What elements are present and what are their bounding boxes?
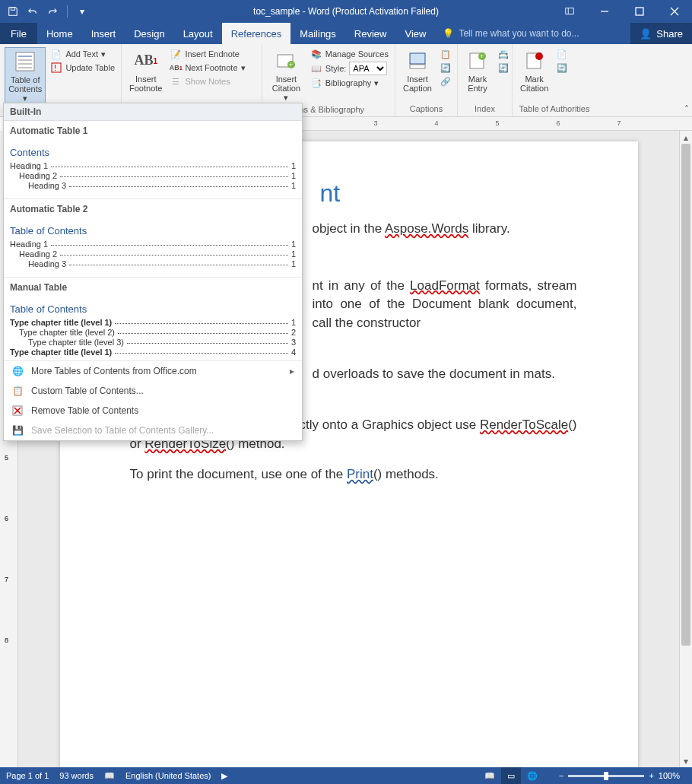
group-captions: InsertCaption 📋 🔄 🔗 Captions	[395, 44, 458, 116]
svg-point-20	[535, 52, 543, 60]
scroll-thumb[interactable]	[681, 144, 690, 646]
para-2[interactable]: nt in any of the LoadFormat formats, str…	[313, 277, 577, 333]
collapse-ribbon-icon[interactable]: ˄	[684, 104, 689, 115]
zoom-level[interactable]: 100%	[659, 771, 680, 780]
close-button[interactable]	[657, 0, 692, 23]
insert-table-of-figures-button[interactable]: 📋	[438, 47, 453, 61]
crossref-icon: 🔗	[440, 75, 452, 87]
para-5[interactable]: To print the document, use one of the Pr…	[130, 465, 577, 484]
update-index-icon: 🔄	[497, 62, 509, 74]
toc-entry: Type chapter title (level 1)1	[10, 318, 296, 327]
style-selector[interactable]: 📖Style: APA	[309, 61, 390, 76]
more-toc-menu[interactable]: 🌐 More Tables of Contents from Office.co…	[4, 361, 302, 381]
toc-entry: Heading 31	[10, 181, 296, 190]
share-icon: 👤	[640, 28, 652, 40]
tab-review[interactable]: Review	[345, 23, 396, 44]
tab-home[interactable]: Home	[37, 23, 82, 44]
insert-toa-button[interactable]: 📄	[554, 47, 570, 61]
macro-icon[interactable]: ▶	[221, 771, 227, 781]
toc-option-auto2[interactable]: Automatic Table 2 Table of Contents Head…	[4, 199, 302, 278]
svg-rect-14	[410, 53, 425, 64]
minimize-button[interactable]	[587, 0, 622, 23]
manage-sources-button[interactable]: 📚Manage Sources	[309, 47, 390, 61]
tab-layout[interactable]: Layout	[174, 23, 222, 44]
mark-citation-button[interactable]: MarkCitation	[517, 47, 551, 94]
insert-footnote-button[interactable]: AB1 InsertFootnote	[126, 47, 165, 94]
web-layout-icon[interactable]: 🌐	[522, 767, 542, 784]
scroll-down-icon[interactable]: ▾	[680, 754, 692, 767]
mark-citation-icon	[522, 49, 547, 73]
maximize-button[interactable]	[622, 0, 657, 23]
toc-option-manual[interactable]: Manual Table Table of Contents Type chap…	[4, 278, 302, 361]
save-toc-menu: 💾 Save Selection to Table of Contents Ga…	[4, 421, 302, 440]
page-indicator[interactable]: Page 1 of 1	[6, 771, 49, 780]
zoom-slider[interactable]	[568, 775, 644, 777]
para-3[interactable]: d overloads to save the document in mats…	[313, 365, 577, 384]
tab-insert[interactable]: Insert	[82, 23, 125, 44]
para-1[interactable]: object in the Aspose.Words library.	[313, 220, 577, 239]
update-icon: !	[50, 62, 62, 74]
toc-builtin-header: Built-In	[4, 103, 302, 121]
language-indicator[interactable]: English (United States)	[125, 771, 211, 780]
remove-toc-menu[interactable]: Remove Table of Contents	[4, 401, 302, 421]
insert-caption-button[interactable]: InsertCaption	[400, 47, 435, 94]
ribbon-tabs: File Home Insert Design Layout Reference…	[0, 23, 692, 44]
save-icon[interactable]	[5, 3, 21, 20]
insert-citation-button[interactable]: + InsertCitation ▾	[267, 47, 306, 103]
svg-text:+: +	[480, 52, 484, 60]
word-count[interactable]: 93 words	[59, 771, 94, 780]
toc-entry: Type chapter title (level 1)4	[10, 348, 296, 357]
group-authorities: MarkCitation 📄 🔄 Table of Authorities	[513, 44, 596, 116]
print-layout-icon[interactable]: ▭	[501, 767, 521, 784]
mark-entry-button[interactable]: + MarkEntry	[462, 47, 493, 94]
custom-toc-menu[interactable]: 📋 Custom Table of Contents...	[4, 381, 302, 401]
insert-endnote-button[interactable]: 📝Insert Endnote	[168, 47, 246, 61]
show-notes-button: ☰Show Notes	[168, 75, 246, 88]
tell-me-search[interactable]: 💡 Tell me what you want to do...	[435, 23, 630, 44]
scroll-up-icon[interactable]: ▴	[680, 131, 692, 144]
toc-icon	[13, 49, 37, 74]
svg-text:!: !	[54, 63, 56, 72]
next-footnote-button[interactable]: AB1Next Footnote ▾	[168, 61, 246, 75]
ribbon-display-options-icon[interactable]	[552, 0, 587, 23]
undo-icon[interactable]	[24, 3, 41, 20]
update-table-button[interactable]: !Update Table	[49, 61, 116, 75]
heading-1[interactable]: nt	[320, 179, 577, 208]
table-of-contents-button[interactable]: Table ofContents ▾	[5, 47, 46, 105]
toc-entry: Type chapter title (level 3)3	[10, 338, 296, 347]
update-index-button: 🔄	[496, 61, 511, 75]
cross-reference-button[interactable]: 🔗	[438, 75, 453, 88]
tab-file[interactable]: File	[0, 23, 37, 44]
redo-icon[interactable]	[44, 3, 61, 20]
caption-icon	[405, 49, 430, 73]
lightbulb-icon: 💡	[443, 28, 454, 39]
proofing-icon[interactable]: 📖	[104, 771, 115, 781]
style-icon: 📖	[310, 62, 322, 75]
insert-index-button[interactable]: 📇	[496, 47, 511, 61]
zoom-in-icon[interactable]: +	[649, 771, 653, 780]
update-tof-button: 🔄	[438, 61, 453, 75]
add-text-button[interactable]: 📄Add Text ▾	[49, 47, 116, 61]
tab-references[interactable]: References	[222, 23, 290, 44]
remove-icon	[11, 405, 24, 417]
bibliography-button[interactable]: 📑Bibliography ▾	[309, 76, 390, 90]
share-button[interactable]: 👤 Share	[630, 23, 692, 44]
view-switcher: 📖 ▭ 🌐	[480, 767, 542, 784]
bibliography-icon: 📑	[310, 77, 322, 89]
toc-gallery-popup: Built-In Automatic Table 1 Contents Head…	[3, 103, 303, 441]
tab-design[interactable]: Design	[125, 23, 173, 44]
update-toa-button: 🔄	[554, 61, 570, 75]
vertical-scrollbar[interactable]: ▴ ▾	[679, 131, 692, 767]
tab-mailings[interactable]: Mailings	[290, 23, 345, 44]
svg-rect-1	[566, 8, 574, 14]
qat-customize-icon[interactable]: ▾	[74, 3, 90, 20]
toc-option-auto1[interactable]: Automatic Table 1 Contents Heading 11Hea…	[4, 121, 302, 199]
zoom-out-icon[interactable]: −	[559, 771, 563, 780]
title-bar: ▾ toc_sample - Word (Product Activation …	[0, 0, 692, 23]
read-mode-icon[interactable]: 📖	[480, 767, 500, 784]
style-combo[interactable]: APA	[349, 62, 387, 75]
toc-entry: Type chapter title (level 2)2	[10, 328, 296, 337]
tab-view[interactable]: View	[395, 23, 435, 44]
office-icon: 🌐	[11, 365, 24, 377]
quick-access-toolbar: ▾	[0, 3, 90, 20]
